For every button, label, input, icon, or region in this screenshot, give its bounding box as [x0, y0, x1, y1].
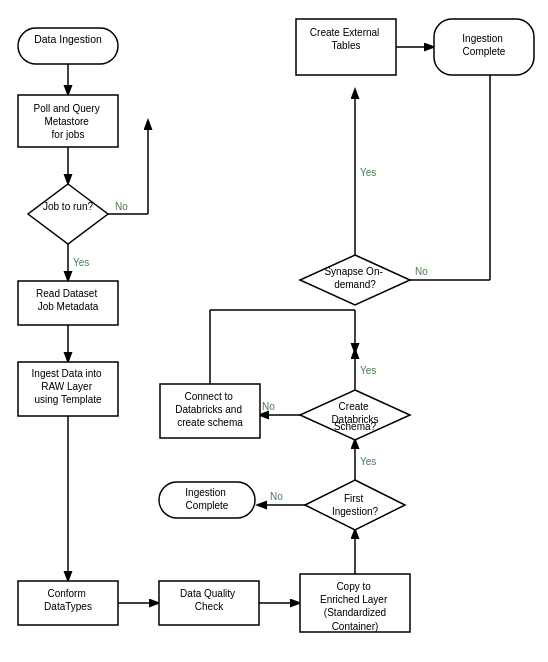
- yes-label-first: Yes: [360, 456, 376, 467]
- svg-text:Container): Container): [332, 621, 379, 632]
- no-label-job: No: [115, 201, 128, 212]
- svg-marker-19: [305, 480, 405, 530]
- job-to-run-label: Job to run?: [43, 201, 93, 212]
- yes-label-job: Yes: [73, 257, 89, 268]
- yes-label-synapse: Yes: [360, 167, 376, 178]
- no-label-databricks: No: [262, 401, 275, 412]
- flowchart: Data Ingestion Poll and Query Metastore …: [0, 0, 548, 662]
- connect-databricks-label: Connect to Databricks and create schema: [175, 391, 244, 428]
- svg-marker-4: [28, 184, 108, 244]
- ingest-data-label: Ingest Data into RAW Layer using Templat…: [32, 368, 105, 405]
- svg-text:Schema?: Schema?: [334, 421, 377, 432]
- yes-label-databricks: Yes: [360, 365, 376, 376]
- no-label-synapse: No: [415, 266, 428, 277]
- data-ingestion-label: Data Ingestion: [34, 33, 102, 45]
- no-label-first: No: [270, 491, 283, 502]
